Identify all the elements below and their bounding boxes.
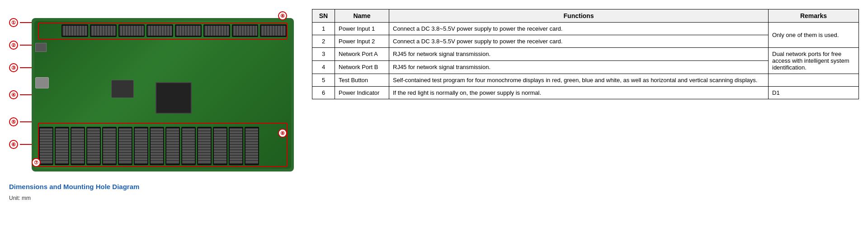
label-5: ⑤ bbox=[9, 117, 33, 126]
cell-sn-4: 4 bbox=[312, 61, 335, 74]
left-panel: ① ② ③ ④ ⑤ ⑥ bbox=[9, 9, 298, 232]
header-functions: Functions bbox=[389, 9, 769, 23]
cell-functions-4: RJ45 for network signal transmission. bbox=[389, 61, 769, 74]
cell-name-5: Test Button bbox=[335, 74, 389, 87]
cell-name-2: Power Input 2 bbox=[335, 35, 389, 48]
cell-remarks-5 bbox=[769, 74, 859, 87]
header-sn: SN bbox=[312, 9, 335, 23]
cell-functions-2: Connect a DC 3.8~5.5V power supply to po… bbox=[389, 35, 769, 48]
cell-name-3: Network Port A bbox=[335, 48, 389, 61]
dimensions-title: Dimensions and Mounting Hole Diagram bbox=[9, 183, 298, 190]
label-3: ③ bbox=[9, 63, 33, 72]
table-header-row: SN Name Functions Remarks bbox=[312, 9, 859, 23]
pcb-board bbox=[32, 18, 294, 171]
header-name: Name bbox=[335, 9, 389, 23]
table-row: 6 Power Indicator If the red light is no… bbox=[312, 87, 859, 99]
board-diagram: ① ② ③ ④ ⑤ ⑥ bbox=[9, 9, 289, 176]
cell-remarks-1-2: Only one of them is used. bbox=[769, 23, 859, 48]
cell-functions-5: Self-contained test program for four mon… bbox=[389, 74, 769, 87]
cell-sn-1: 1 bbox=[312, 23, 335, 35]
cell-remarks-3-4: Dual network ports for free access with … bbox=[769, 48, 859, 74]
cell-name-1: Power Input 1 bbox=[335, 23, 389, 35]
label-4: ④ bbox=[9, 90, 33, 99]
table-row: 3 Network Port A RJ45 for network signal… bbox=[312, 48, 859, 61]
cell-functions-3: RJ45 for network signal transmission. bbox=[389, 48, 769, 61]
label-6: ⑥ bbox=[9, 140, 33, 149]
header-remarks: Remarks bbox=[769, 9, 859, 23]
cell-sn-2: 2 bbox=[312, 35, 335, 48]
label-8-bottom: ⑧ bbox=[278, 129, 287, 138]
cell-functions-6: If the red light is normally on, the pow… bbox=[389, 87, 769, 99]
table-row: 1 Power Input 1 Connect a DC 3.8~5.5V po… bbox=[312, 23, 859, 35]
right-panel: SN Name Functions Remarks 1 Power Input … bbox=[312, 9, 859, 232]
cell-sn-3: 3 bbox=[312, 48, 335, 61]
dimensions-unit: Unit: mm bbox=[9, 195, 298, 201]
table-row: 5 Test Button Self-contained test progra… bbox=[312, 74, 859, 87]
cell-remarks-6: D1 bbox=[769, 87, 859, 99]
label-8-top: ⑧ bbox=[278, 11, 287, 20]
cell-sn-6: 6 bbox=[312, 87, 335, 99]
cell-functions-1: Connect a DC 3.8~5.5V power supply to po… bbox=[389, 23, 769, 35]
label-7: ⑦ bbox=[32, 158, 41, 167]
functions-table: SN Name Functions Remarks 1 Power Input … bbox=[312, 9, 859, 99]
label-2: ② bbox=[9, 41, 33, 50]
cell-name-6: Power Indicator bbox=[335, 87, 389, 99]
cell-name-4: Network Port B bbox=[335, 61, 389, 74]
cell-sn-5: 5 bbox=[312, 74, 335, 87]
label-1: ① bbox=[9, 18, 33, 27]
